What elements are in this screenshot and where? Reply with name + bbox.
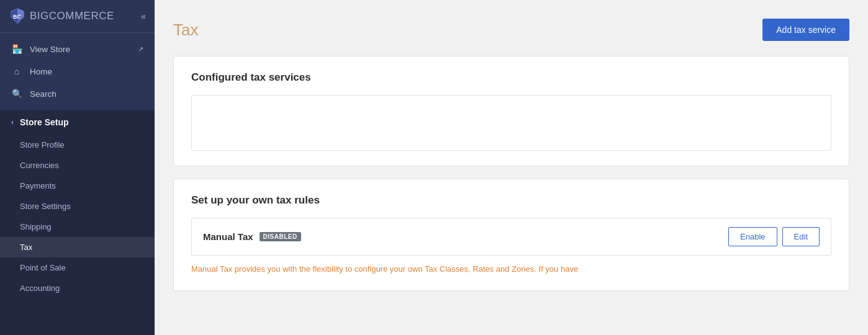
sidebar-item-point-of-sale[interactable]: Point of Sale [0,257,155,278]
search-label: Search [30,89,57,99]
sidebar-section-store-setup: ‹ Store Setup Store Profile Currencies P… [0,110,155,335]
store-setup-label: Store Setup [20,117,69,127]
manual-tax-description: Manual Tax provides you with the flexibi… [191,263,831,275]
configured-tax-services-card: Configured tax services [173,56,849,166]
home-label: Home [30,67,52,76]
sidebar-header: BC BIGCOMMERCE « [0,0,155,33]
sidebar-nav-top: 🏪 View Store ↗ ⌂ Home 🔍 Search [0,33,155,110]
sidebar-item-view-store[interactable]: 🏪 View Store ↗ [0,38,155,60]
configured-tax-services-title: Configured tax services [191,71,831,84]
store-setup-header[interactable]: ‹ Store Setup [0,110,155,135]
own-tax-rules-card: Set up your own tax rules Manual Tax DIS… [173,179,849,291]
manual-tax-actions: Enable Edit [728,227,820,246]
add-tax-service-button[interactable]: Add tax service [762,19,849,41]
disabled-badge: DISABLED [260,232,301,241]
sidebar-item-home[interactable]: ⌂ Home [0,60,155,83]
main-content: Tax Add tax service Configured tax servi… [155,0,868,335]
logo-commerce: COMMERCE [49,10,114,22]
sidebar-item-currencies[interactable]: Currencies [0,155,155,176]
sidebar-item-store-settings[interactable]: Store Settings [0,196,155,217]
bigcommerce-logo-icon: BC [9,7,26,25]
manual-tax-row: Manual Tax DISABLED Enable Edit [191,218,831,256]
sidebar-item-search[interactable]: 🔍 Search [0,83,155,105]
sidebar-item-tax[interactable]: Tax [0,237,155,257]
sidebar-logo: BC BIGCOMMERCE [9,7,114,25]
external-link-icon: ↗ [138,45,143,53]
page-header: Tax Add tax service [173,19,849,41]
logo-text: BIGCOMMERCE [30,10,114,22]
svg-text:BC: BC [13,14,21,20]
chevron-left-icon: ‹ [11,118,14,127]
store-icon: 🏪 [11,44,22,54]
sidebar-item-accounting[interactable]: Accounting [0,278,155,298]
own-tax-rules-title: Set up your own tax rules [191,194,831,207]
sidebar-item-payments[interactable]: Payments [0,176,155,196]
sidebar-menu: Store Profile Currencies Payments Store … [0,135,155,298]
collapse-sidebar-icon[interactable]: « [141,11,146,21]
sidebar-item-shipping[interactable]: Shipping [0,217,155,237]
home-icon: ⌂ [11,66,22,76]
page-title: Tax [173,20,198,40]
manual-tax-label: Manual Tax [203,231,253,242]
edit-button[interactable]: Edit [782,227,820,246]
view-store-label: View Store [30,45,70,54]
enable-button[interactable]: Enable [728,227,777,246]
search-icon: 🔍 [11,89,22,99]
sidebar-item-store-profile[interactable]: Store Profile [0,135,155,155]
logo-big: BIG [30,10,49,22]
manual-tax-left: Manual Tax DISABLED [203,231,301,242]
configured-services-box [191,95,831,151]
sidebar: BC BIGCOMMERCE « 🏪 View Store ↗ ⌂ Home 🔍… [0,0,155,335]
